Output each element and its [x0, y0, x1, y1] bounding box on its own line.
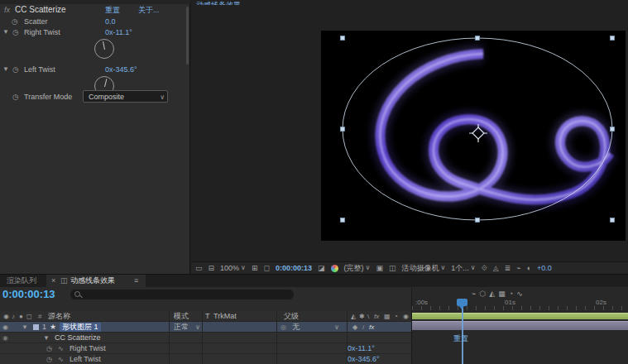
time-ruler[interactable]: [412, 299, 628, 310]
panel-header-strip: [0, 0, 190, 4]
stopwatch-icon[interactable]: ◷: [46, 357, 52, 363]
param-label-right-twist: Right Twist: [24, 29, 60, 36]
stopwatch-icon[interactable]: ◷: [46, 346, 52, 352]
comp-mini-flowchart-icon[interactable]: ⌁: [472, 290, 476, 298]
stopwatch-icon[interactable]: ◷: [12, 66, 19, 74]
chevron-down-icon: ∨: [334, 324, 339, 331]
camera-view-value: 活动摄像机: [401, 263, 439, 274]
quality-slash-icon[interactable]: /: [362, 324, 364, 331]
effect-property-row[interactable]: ◷ ∿ Right Twist 0x-11.1°: [0, 343, 411, 354]
camera-view-select[interactable]: 活动摄像机∨: [401, 263, 445, 274]
graph-toggle-icon[interactable]: ∿: [58, 357, 64, 363]
param-value-right-twist[interactable]: 0x-11.1°: [105, 29, 132, 36]
parent-pickwhip-icon[interactable]: ◎: [280, 324, 286, 331]
panel-menu-icon[interactable]: ≡: [134, 277, 138, 285]
motion-blur-icon[interactable]: ◔: [509, 290, 513, 298]
quality-switch-icon[interactable]: ◆: [352, 324, 357, 331]
effect-twirl-icon[interactable]: ▼: [43, 335, 50, 342]
parent-select[interactable]: 无: [292, 323, 300, 331]
twirl-icon[interactable]: ▼: [2, 29, 9, 36]
stopwatch-icon[interactable]: ◷: [12, 93, 19, 101]
viewer-tab[interactable]: 动感线条效果: [196, 0, 337, 5]
close-icon[interactable]: ×: [51, 277, 55, 285]
selection-handle[interactable]: [476, 218, 480, 223]
fast-preview-icon[interactable]: ◬: [493, 264, 499, 272]
timeline-effect-reset-button[interactable]: 重置: [453, 335, 468, 342]
composition-canvas[interactable]: [321, 31, 626, 241]
viewer-timecode[interactable]: 0:00:00:13: [276, 264, 312, 272]
dial-needle: [103, 41, 105, 50]
column-separator[interactable]: [202, 311, 203, 364]
twirl-icon[interactable]: ▼: [2, 66, 9, 73]
selection-handle[interactable]: [611, 127, 615, 132]
param-value-scatter[interactable]: 0.0: [105, 18, 116, 26]
selection-handle[interactable]: [341, 36, 345, 41]
effect-group-name[interactable]: CC Scatterize: [55, 334, 101, 342]
selection-handle[interactable]: [341, 127, 345, 132]
zoom-select[interactable]: 100%∨: [220, 264, 246, 272]
column-separator[interactable]: [169, 311, 170, 364]
resolution-select[interactable]: (完整)∨: [344, 263, 371, 274]
effect-about-button[interactable]: 关于...: [138, 7, 160, 14]
reset-exposure-icon[interactable]: ◐: [527, 264, 531, 272]
param-label-transfer-mode: Transfer Mode: [24, 93, 72, 101]
zoom-value: 100%: [220, 264, 239, 272]
pixel-aspect-icon[interactable]: ⟐: [482, 264, 487, 273]
always-preview-icon[interactable]: ▭: [195, 264, 203, 272]
graph-editor-icon[interactable]: ∿: [516, 290, 523, 298]
comp-icon: ◫: [60, 277, 68, 285]
stopwatch-icon[interactable]: ◷: [12, 29, 19, 36]
effect-property-row[interactable]: ◷ ∿ Left Twist 0x-345.6°: [0, 354, 411, 364]
flowchart-icon[interactable]: ⌁: [516, 264, 520, 272]
primary-viewer-icon[interactable]: ⊟: [209, 264, 215, 272]
layer-visibility-eye-icon[interactable]: ◉: [2, 324, 8, 331]
tab-render-queue[interactable]: 渲染队列: [7, 277, 36, 285]
selection-handle[interactable]: [611, 218, 615, 223]
timeline-panel: 渲染队列 × ◫ 动感线条效果 ≡ 0:00:00:13 ⌁ ⬡ ◭ ▦ ◔ ∿…: [0, 274, 628, 364]
transparency-grid-icon[interactable]: ◫: [389, 264, 396, 272]
grid-options-icon[interactable]: ⊞: [252, 264, 258, 272]
param-value-left-twist[interactable]: 0x-345.6°: [105, 66, 137, 74]
region-of-interest-icon[interactable]: ▣: [376, 264, 383, 272]
panel-scrollbar[interactable]: [186, 7, 189, 65]
layer-twirl-icon[interactable]: ▼: [22, 324, 28, 331]
property-value-left-twist[interactable]: 0x-345.6°: [348, 356, 380, 363]
fx-badge-icon: fx: [4, 7, 10, 14]
column-separator[interactable]: [276, 311, 277, 364]
exposure-value[interactable]: +0.0: [537, 264, 552, 272]
frame-blend-icon[interactable]: ▦: [498, 290, 506, 298]
effect-enabled-eye-icon[interactable]: ◉: [2, 335, 8, 342]
selection-handle[interactable]: [611, 36, 615, 41]
transfer-mode-select[interactable]: Composite ∨: [83, 90, 168, 103]
timeline-button-icon[interactable]: ≣: [505, 264, 511, 272]
mask-visibility-icon[interactable]: ◻: [264, 264, 270, 272]
snapshot-icon[interactable]: ◪: [318, 264, 325, 272]
channels-icon[interactable]: [331, 265, 338, 272]
layer-duration-bar[interactable]: [412, 321, 628, 330]
playhead-marker[interactable]: [457, 299, 467, 306]
stopwatch-icon[interactable]: ◷: [12, 18, 18, 26]
eye-header-icon: ◉: [403, 314, 409, 320]
effect-title[interactable]: CC Scatterize: [15, 6, 66, 14]
work-area-bar[interactable]: [412, 313, 628, 319]
layer-name[interactable]: 形状图层 1: [60, 323, 101, 332]
timeline-search-field[interactable]: [70, 290, 294, 299]
right-twist-dial[interactable]: [94, 39, 114, 59]
composition-viewer-panel: 动感线条效果: [191, 0, 628, 274]
timeline-timecode[interactable]: 0:00:00:13: [2, 289, 55, 299]
view-layout-select[interactable]: 1个...∨: [451, 263, 475, 274]
layer-fx-switch-icon[interactable]: fx: [369, 324, 374, 331]
layer-color-label[interactable]: [33, 324, 39, 330]
shy-icon[interactable]: ◭: [489, 290, 495, 298]
graph-toggle-icon[interactable]: ∿: [58, 346, 64, 352]
property-value-right-twist[interactable]: 0x-11.1°: [348, 345, 375, 352]
column-separator[interactable]: [347, 311, 348, 364]
effect-reset-button[interactable]: 重置: [105, 7, 120, 14]
selection-handle[interactable]: [341, 218, 345, 223]
draft-3d-icon[interactable]: ⬡: [479, 290, 486, 298]
selection-handle[interactable]: [476, 36, 480, 41]
layer-mode-select[interactable]: 正常: [174, 323, 189, 331]
layer-row[interactable]: ◉ ▼ 1 ★ 形状图层 1 正常 ∨ ◎ 无 ∨ ◆ / fx: [0, 322, 411, 333]
tab-comp-active[interactable]: × ◫ 动感线条效果 ≡: [46, 275, 146, 287]
effect-group-row[interactable]: ◉ ▼ CC Scatterize: [0, 333, 411, 343]
